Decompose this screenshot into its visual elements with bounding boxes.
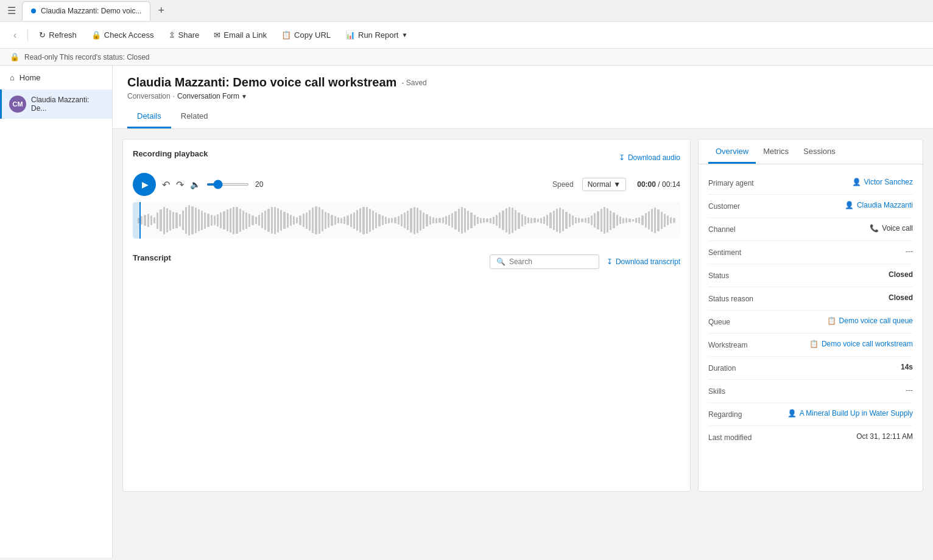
- waveform-bar: [160, 209, 161, 231]
- waveform-bar: [227, 209, 228, 231]
- skip-forward-icon[interactable]: ↷: [176, 179, 184, 191]
- waveform-bar: [499, 212, 501, 228]
- field-value: Closed: [775, 270, 913, 279]
- search-box[interactable]: 🔍: [490, 254, 599, 269]
- waveform-bar: [657, 209, 659, 231]
- speed-label: Speed: [552, 180, 574, 189]
- field-value[interactable]: 👤Victor Sanchez: [775, 178, 913, 186]
- tab-related[interactable]: Related: [171, 107, 218, 128]
- share-button[interactable]: ⇫ Share: [163, 27, 206, 43]
- waveform-bar: [622, 218, 624, 223]
- field-label: Status: [708, 270, 775, 280]
- breadcrumb-caret-icon: ▼: [241, 93, 247, 100]
- waveform-bar: [588, 217, 590, 224]
- download-transcript-icon: ↧: [607, 257, 613, 266]
- field-value: ---: [775, 386, 913, 394]
- email-link-button[interactable]: ✉ Email a Link: [208, 27, 273, 43]
- check-access-button[interactable]: 🔒 Check Access: [85, 27, 160, 43]
- waveform-bar: [619, 217, 621, 225]
- waveform-bar: [255, 217, 257, 225]
- time-display: 00:00 / 00:14: [637, 180, 680, 189]
- transcript-section-title: Transcript: [133, 253, 171, 262]
- playback-header: Recording playback ↧ Download audio: [133, 149, 680, 166]
- waveform-bar: [556, 209, 558, 232]
- new-tab-button[interactable]: +: [153, 4, 169, 17]
- play-button[interactable]: ▶: [133, 173, 156, 196]
- waveform-bar: [429, 216, 431, 225]
- waveform-bar: [435, 218, 437, 223]
- refresh-icon: ↻: [39, 30, 46, 40]
- transcript-header: Transcript 🔍 ↧ Download transcript: [133, 253, 680, 270]
- right-tab-sessions[interactable]: Sessions: [796, 139, 843, 164]
- waveform-bar: [242, 211, 244, 230]
- field-row: Channel📞Voice call: [708, 218, 913, 241]
- copy-url-button[interactable]: 📋 Copy URL: [275, 27, 337, 43]
- breadcrumb-conversation[interactable]: Conversation: [127, 92, 171, 100]
- waveform-bar: [451, 213, 453, 227]
- right-tab-overview[interactable]: Overview: [708, 139, 756, 164]
- download-transcript-button[interactable]: ↧ Download transcript: [607, 257, 680, 266]
- page-title-row: Claudia Mazzanti: Demo voice call workst…: [127, 75, 918, 89]
- saved-badge: - Saved: [401, 79, 426, 87]
- waveform-bars: [133, 202, 680, 239]
- field-value[interactable]: 📋Demo voice call workstream: [775, 340, 913, 348]
- waveform-bar: [388, 218, 390, 223]
- sidebar-item-home[interactable]: ⌂ Home: [0, 66, 112, 89]
- waveform-bar: [248, 214, 250, 227]
- right-tab-metrics[interactable]: Metrics: [756, 139, 796, 164]
- field-label: Channel: [708, 224, 775, 234]
- download-transcript-label: Download transcript: [616, 257, 680, 266]
- field-label: Status reason: [708, 293, 775, 303]
- field-label: Sentiment: [708, 247, 775, 257]
- field-row: Last modifiedOct 31, 12:11 AM: [708, 426, 913, 449]
- waveform-bar: [331, 215, 333, 226]
- waveform-bar: [553, 211, 555, 230]
- waveform-bar: [527, 217, 529, 224]
- run-report-button[interactable]: 📊 Run Report ▼: [339, 27, 414, 43]
- check-access-label: Check Access: [104, 30, 154, 40]
- field-value[interactable]: 👤Claudia Mazzanti: [775, 201, 913, 209]
- active-tab[interactable]: Claudia Mazzanti: Demo voic...: [22, 1, 150, 21]
- waveform-bar: [172, 212, 174, 229]
- home-icon: ⌂: [10, 73, 15, 82]
- tab-indicator: [31, 9, 36, 13]
- volume-slider[interactable]: [206, 183, 249, 186]
- waveform[interactable]: [133, 202, 680, 239]
- waveform-bar: [616, 215, 618, 226]
- waveform-bar: [404, 212, 406, 228]
- waveform-bar: [163, 207, 165, 234]
- waveform-bar: [150, 215, 152, 225]
- download-audio-button[interactable]: ↧ Download audio: [619, 153, 680, 162]
- field-value: ---: [775, 247, 913, 256]
- speed-select[interactable]: Normal ▼: [582, 178, 627, 191]
- waveform-bar: [319, 207, 320, 233]
- tab-details[interactable]: Details: [127, 107, 171, 128]
- waveform-bar: [141, 216, 143, 225]
- check-access-icon: 🔒: [91, 30, 101, 40]
- waveform-bar: [417, 208, 418, 233]
- breadcrumb-form[interactable]: Conversation Form ▼: [177, 92, 247, 100]
- waveform-bar: [610, 211, 611, 230]
- waveform-bar: [353, 212, 355, 229]
- report-icon: 📊: [345, 30, 355, 40]
- field-value[interactable]: 📋Demo voice call queue: [775, 317, 913, 325]
- waveform-bar: [385, 217, 387, 225]
- waveform-bar: [581, 219, 583, 222]
- sidebar-item-record[interactable]: CM Claudia Mazzanti: De...: [0, 89, 112, 119]
- refresh-button[interactable]: ↻ Refresh: [33, 27, 83, 43]
- skip-back-icon[interactable]: ↶: [162, 179, 170, 191]
- person-icon: 👤: [852, 178, 861, 186]
- hamburger-icon[interactable]: ☰: [5, 2, 18, 19]
- waveform-bar: [651, 209, 653, 232]
- back-button[interactable]: ‹: [7, 27, 23, 44]
- waveform-cursor: [139, 202, 141, 239]
- field-row: Status reasonClosed: [708, 287, 913, 310]
- waveform-bar: [356, 210, 358, 231]
- search-input[interactable]: [509, 257, 593, 266]
- field-value[interactable]: 👤A Mineral Build Up in Water Supply: [775, 409, 913, 418]
- left-panel: Recording playback ↧ Download audio ▶ ↶ …: [122, 139, 691, 492]
- waveform-bar: [524, 216, 526, 225]
- waveform-bar: [461, 207, 463, 233]
- waveform-bar: [201, 211, 203, 230]
- field-label: Primary agent: [708, 178, 775, 187]
